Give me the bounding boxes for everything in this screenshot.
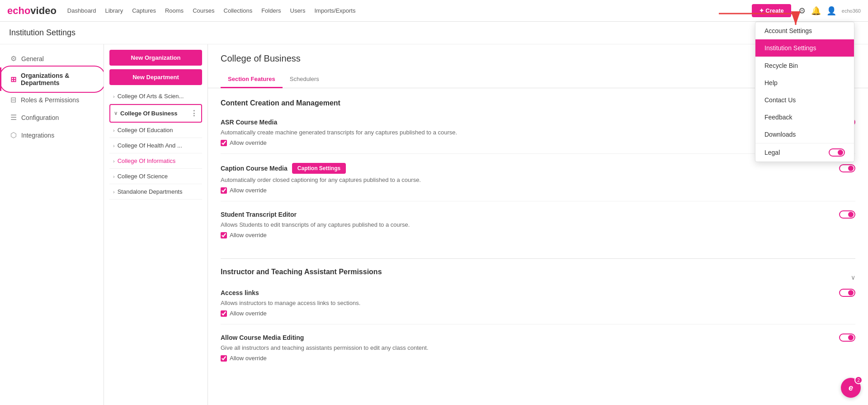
nav-library[interactable]: Library xyxy=(105,7,123,14)
dropdown-legal-row: Legal xyxy=(764,148,845,157)
sidebar-item-roles[interactable]: ⊟ Roles & Permissions xyxy=(0,91,104,109)
sidebar: ⚙ General ⊞ Organizations & Departments … xyxy=(0,44,104,405)
asr-override-checkbox[interactable] xyxy=(221,140,227,146)
roles-icon: ⊟ xyxy=(10,95,16,104)
feature-caption: Caption Course Media Caption Settings Au… xyxy=(221,163,855,201)
nav-courses[interactable]: Courses xyxy=(193,7,214,14)
tab-section-features[interactable]: Section Features xyxy=(221,71,283,88)
section-instructor-permissions: Instructor and Teaching Assistant Permis… xyxy=(221,268,855,369)
org-item-education[interactable]: › College Of Education xyxy=(109,123,202,138)
dropdown-institution-settings[interactable]: Institution Settings xyxy=(755,39,854,57)
settings-icon[interactable]: ⚙ xyxy=(798,6,806,16)
nav-folders[interactable]: Folders xyxy=(261,7,281,14)
nav-dashboard[interactable]: Dashboard xyxy=(67,7,96,14)
media-editing-toggle[interactable] xyxy=(839,334,855,342)
nav-icons: ⚙ 🔔 👤 echo360 xyxy=(798,6,861,16)
feature-caption-override: Allow override xyxy=(221,187,855,194)
instructor-permissions-header-row: Instructor and Teaching Assistant Permis… xyxy=(221,268,855,287)
media-editing-override-checkbox[interactable] xyxy=(221,355,227,362)
nav-imports-exports[interactable]: Imports/Exports xyxy=(314,7,355,14)
collapse-section-icon[interactable]: ∨ xyxy=(851,274,855,281)
org-item-standalone[interactable]: › Standalone Departments xyxy=(109,184,202,200)
sidebar-item-general[interactable]: ⚙ General xyxy=(0,50,104,67)
caption-override-checkbox[interactable] xyxy=(221,187,227,194)
org-item-arts-label: College Of Arts & Scien... xyxy=(118,93,184,100)
org-panel: New Organization New Department › Colleg… xyxy=(104,44,208,405)
dropdown-account-settings[interactable]: Account Settings xyxy=(755,22,854,39)
feature-media-editing-row: Allow Course Media Editing xyxy=(221,334,855,342)
sidebar-item-organizations-label: Organizations & Departments xyxy=(21,72,94,86)
chevron-icon: › xyxy=(113,128,115,133)
notifications-icon[interactable]: 🔔 xyxy=(811,6,821,16)
sidebar-item-organizations[interactable]: ⊞ Organizations & Departments xyxy=(0,67,104,91)
transcript-override-checkbox[interactable] xyxy=(221,232,227,238)
org-item-business-label: College Of Business xyxy=(120,110,177,117)
org-item-informatics[interactable]: › College Of Informatics xyxy=(109,153,202,169)
dropdown-recycle-bin[interactable]: Recycle Bin xyxy=(755,57,854,74)
logo-echo: echo xyxy=(7,5,30,16)
org-item-health[interactable]: › College Of Health And ... xyxy=(109,138,202,153)
general-icon: ⚙ xyxy=(10,54,17,63)
feature-media-editing: Allow Course Media Editing Give all inst… xyxy=(221,334,855,369)
nav-captures[interactable]: Captures xyxy=(132,7,156,14)
feature-transcript-desc: Allows Students to edit transcripts of a… xyxy=(221,221,855,228)
media-editing-toggle-track xyxy=(839,334,855,342)
caption-toggle[interactable] xyxy=(839,164,855,172)
nav-collections[interactable]: Collections xyxy=(224,7,253,14)
access-links-toggle[interactable] xyxy=(839,289,855,297)
caption-toggle-thumb xyxy=(848,166,854,171)
section-divider xyxy=(221,258,855,259)
caption-toggle-track xyxy=(839,164,855,172)
sidebar-item-general-label: General xyxy=(21,55,44,62)
org-item-business[interactable]: ∨ College Of Business ⋮ xyxy=(109,104,202,123)
access-links-toggle-track xyxy=(839,289,855,297)
feature-caption-desc: Automatically order closed captioning fo… xyxy=(221,176,855,183)
nav-users[interactable]: Users xyxy=(290,7,306,14)
feature-caption-name: Caption Course Media xyxy=(221,165,288,172)
transcript-override-label: Allow override xyxy=(230,232,267,238)
chevron-icon: › xyxy=(113,158,115,164)
sidebar-item-configuration[interactable]: ☰ Configuration xyxy=(0,109,104,126)
section-instructor-title: Instructor and Teaching Assistant Permis… xyxy=(221,268,382,280)
dropdown-legal[interactable]: Legal xyxy=(755,143,854,162)
tab-schedulers[interactable]: Schedulers xyxy=(283,71,326,88)
support-badge: 2 xyxy=(854,376,863,384)
access-links-override-checkbox[interactable] xyxy=(221,310,227,317)
org-list: › College Of Arts & Scien... ∨ College O… xyxy=(109,89,202,200)
feature-asr-name: ASR Course Media xyxy=(221,119,277,126)
logo[interactable]: echovideo xyxy=(7,5,57,17)
asr-override-label: Allow override xyxy=(230,139,267,146)
configuration-icon: ☰ xyxy=(10,113,17,122)
dropdown-downloads[interactable]: Downloads xyxy=(755,126,854,143)
org-item-science-label: College Of Science xyxy=(118,173,168,180)
new-department-button[interactable]: New Department xyxy=(109,69,202,85)
org-item-arts[interactable]: › College Of Arts & Scien... xyxy=(109,89,202,104)
dropdown-feedback[interactable]: Feedback xyxy=(755,109,854,126)
org-item-science[interactable]: › College Of Science xyxy=(109,169,202,184)
feature-student-transcript: Student Transcript Editor Allows Student… xyxy=(221,210,855,246)
org-item-standalone-label: Standalone Departments xyxy=(118,188,183,195)
caption-settings-button[interactable]: Caption Settings xyxy=(292,163,346,174)
chevron-icon: › xyxy=(113,174,115,179)
org-item-informatics-label: College Of Informatics xyxy=(118,157,176,164)
dropdown-help[interactable]: Help xyxy=(755,74,854,91)
organizations-icon: ⊞ xyxy=(10,75,16,84)
access-links-override-label: Allow override xyxy=(230,310,267,317)
transcript-toggle[interactable] xyxy=(839,210,855,219)
dropdown-contact-us[interactable]: Contact Us xyxy=(755,91,854,109)
media-editing-override-label: Allow override xyxy=(230,355,267,362)
nav-rooms[interactable]: Rooms xyxy=(165,7,184,14)
more-options-icon[interactable]: ⋮ xyxy=(190,109,198,118)
create-button[interactable]: ✦ Create xyxy=(752,4,791,17)
support-bubble[interactable]: e 2 xyxy=(841,378,861,398)
main-layout: ⚙ General ⊞ Organizations & Departments … xyxy=(0,44,868,405)
feature-media-editing-desc: Give all instructors and teaching assist… xyxy=(221,344,855,351)
feature-transcript-override: Allow override xyxy=(221,232,855,238)
feature-media-editing-override: Allow override xyxy=(221,355,855,362)
sidebar-item-integrations[interactable]: ⬡ Integrations xyxy=(0,126,104,144)
transcript-toggle-track xyxy=(839,210,855,219)
legal-toggle[interactable] xyxy=(829,148,845,157)
dropdown-menu: Account Settings Institution Settings Re… xyxy=(755,22,854,162)
profile-icon[interactable]: 👤 xyxy=(826,6,836,16)
new-organization-button[interactable]: New Organization xyxy=(109,50,202,66)
